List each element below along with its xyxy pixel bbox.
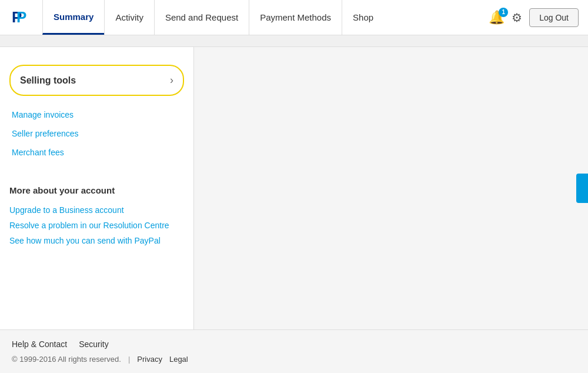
notification-bell[interactable]: 🔔 1 xyxy=(489,10,505,25)
nav-links: Summary Activity Send and Request Paymen… xyxy=(42,0,489,35)
footer-bottom: © 1999-2016 All rights reserved. | Priva… xyxy=(12,355,576,364)
nav-item-payment-methods[interactable]: Payment Methods xyxy=(249,0,342,35)
header: P P Summary Activity Send and Request Pa… xyxy=(0,0,588,35)
paypal-logo[interactable]: P P xyxy=(9,7,31,28)
footer-link-security[interactable]: Security xyxy=(79,339,109,349)
nav-item-summary[interactable]: Summary xyxy=(42,0,104,35)
sub-nav xyxy=(0,35,588,47)
gear-icon[interactable]: ⚙ xyxy=(512,11,522,25)
footer-link-help-contact[interactable]: Help & Contact xyxy=(12,339,67,349)
main-content xyxy=(194,47,588,329)
logout-button[interactable]: Log Out xyxy=(529,8,579,27)
link-resolve-problem[interactable]: Resolve a problem in our Resolution Cent… xyxy=(9,218,184,233)
footer-link-privacy[interactable]: Privacy xyxy=(137,355,162,364)
selling-tools-label: Selling tools xyxy=(20,75,76,86)
sidebar: Selling tools › Manage invoices Seller p… xyxy=(0,47,194,329)
sidebar-link-seller-preferences[interactable]: Seller preferences xyxy=(0,124,193,143)
notification-badge: 1 xyxy=(499,8,508,17)
svg-text:P: P xyxy=(16,8,26,26)
nav-item-activity[interactable]: Activity xyxy=(104,0,154,35)
footer: Help & Contact Security © 1999-2016 All … xyxy=(0,329,588,369)
sidebar-link-merchant-fees[interactable]: Merchant fees xyxy=(0,143,193,162)
link-see-how-much[interactable]: See how much you can send with PayPal xyxy=(9,233,184,248)
side-handle[interactable] xyxy=(576,174,588,203)
footer-link-legal[interactable]: Legal xyxy=(169,355,188,364)
footer-divider: | xyxy=(128,355,130,364)
footer-copyright: © 1999-2016 All rights reserved. xyxy=(12,355,121,364)
link-upgrade-business[interactable]: Upgrade to a Business account xyxy=(9,202,184,218)
selling-tools-header[interactable]: Selling tools › xyxy=(9,65,184,96)
nav-item-shop[interactable]: Shop xyxy=(342,0,384,35)
more-about-section: More about your account Upgrade to a Bus… xyxy=(9,185,184,248)
main-layout: Selling tools › Manage invoices Seller p… xyxy=(0,47,588,329)
sidebar-link-manage-invoices[interactable]: Manage invoices xyxy=(0,105,193,124)
header-right: 🔔 1 ⚙ Log Out xyxy=(489,8,579,27)
more-about-title: More about your account xyxy=(9,185,184,195)
chevron-right-icon: › xyxy=(170,74,173,86)
footer-links: Help & Contact Security xyxy=(12,339,576,349)
nav-item-send-request[interactable]: Send and Request xyxy=(154,0,249,35)
